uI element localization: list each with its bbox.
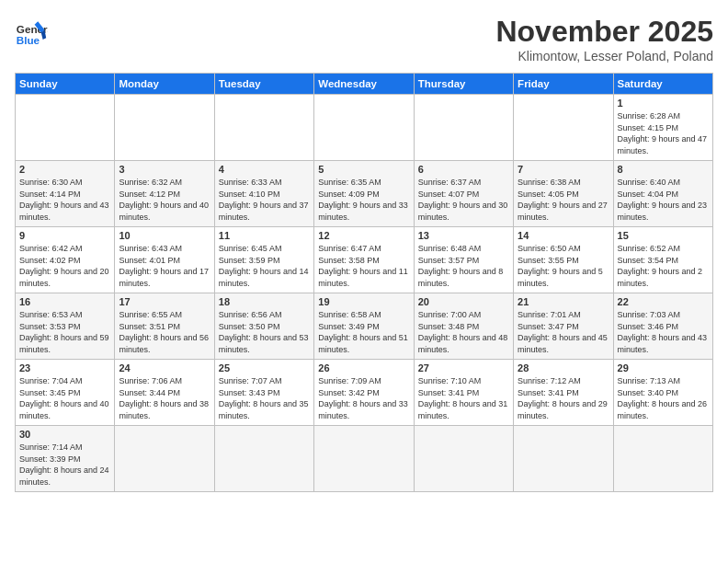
day-number: 5 — [318, 164, 409, 175]
calendar-cell: 12Sunrise: 6:47 AM Sunset: 3:58 PM Dayli… — [314, 227, 414, 293]
calendar-cell: 24Sunrise: 7:06 AM Sunset: 3:44 PM Dayli… — [115, 360, 214, 426]
day-number: 28 — [518, 362, 609, 373]
calendar-cell: 21Sunrise: 7:01 AM Sunset: 3:47 PM Dayli… — [514, 293, 613, 360]
calendar-cell: 17Sunrise: 6:55 AM Sunset: 3:51 PM Dayli… — [115, 293, 214, 360]
calendar-cell — [314, 426, 414, 492]
header-friday: Friday — [514, 74, 613, 95]
day-info: Sunrise: 6:35 AM Sunset: 4:09 PM Dayligh… — [318, 177, 409, 223]
day-number: 22 — [618, 296, 709, 307]
day-info: Sunrise: 7:00 AM Sunset: 3:48 PM Dayligh… — [418, 309, 509, 355]
day-number: 2 — [19, 164, 110, 175]
day-info: Sunrise: 6:38 AM Sunset: 4:05 PM Dayligh… — [518, 177, 609, 223]
day-number: 4 — [219, 164, 310, 175]
day-number: 30 — [19, 429, 110, 440]
day-info: Sunrise: 6:50 AM Sunset: 3:55 PM Dayligh… — [518, 243, 609, 289]
calendar-cell: 18Sunrise: 6:56 AM Sunset: 3:50 PM Dayli… — [214, 293, 313, 360]
day-info: Sunrise: 6:48 AM Sunset: 3:57 PM Dayligh… — [418, 243, 509, 289]
day-number: 6 — [418, 164, 509, 175]
logo: General Blue — [15, 15, 48, 48]
day-number: 9 — [19, 230, 110, 241]
day-info: Sunrise: 6:53 AM Sunset: 3:53 PM Dayligh… — [19, 309, 110, 355]
day-info: Sunrise: 6:37 AM Sunset: 4:07 PM Dayligh… — [418, 177, 509, 223]
day-number: 3 — [119, 164, 210, 175]
calendar-subtitle: Klimontow, Lesser Poland, Poland — [495, 49, 713, 63]
calendar-title: November 2025 — [495, 15, 713, 49]
day-number: 8 — [618, 164, 709, 175]
calendar-week-3: 16Sunrise: 6:53 AM Sunset: 3:53 PM Dayli… — [16, 293, 713, 360]
calendar-cell: 5Sunrise: 6:35 AM Sunset: 4:09 PM Daylig… — [314, 161, 414, 227]
day-info: Sunrise: 7:03 AM Sunset: 3:46 PM Dayligh… — [618, 309, 709, 355]
day-info: Sunrise: 6:42 AM Sunset: 4:02 PM Dayligh… — [19, 243, 110, 289]
day-number: 19 — [318, 296, 409, 307]
day-number: 15 — [618, 230, 709, 241]
day-info: Sunrise: 7:14 AM Sunset: 3:39 PM Dayligh… — [19, 442, 110, 488]
day-info: Sunrise: 6:43 AM Sunset: 4:01 PM Dayligh… — [119, 243, 210, 289]
day-number: 1 — [618, 98, 709, 109]
calendar-cell — [514, 95, 613, 161]
day-info: Sunrise: 7:13 AM Sunset: 3:40 PM Dayligh… — [618, 375, 709, 421]
day-info: Sunrise: 6:28 AM Sunset: 4:15 PM Dayligh… — [618, 110, 709, 156]
calendar-cell: 23Sunrise: 7:04 AM Sunset: 3:45 PM Dayli… — [16, 360, 115, 426]
calendar-cell: 15Sunrise: 6:52 AM Sunset: 3:54 PM Dayli… — [613, 227, 712, 293]
calendar-week-1: 2Sunrise: 6:30 AM Sunset: 4:14 PM Daylig… — [16, 161, 713, 227]
header-wednesday: Wednesday — [314, 74, 414, 95]
day-info: Sunrise: 7:07 AM Sunset: 3:43 PM Dayligh… — [219, 375, 310, 421]
calendar-cell: 6Sunrise: 6:37 AM Sunset: 4:07 PM Daylig… — [414, 161, 513, 227]
day-number: 24 — [119, 362, 210, 373]
calendar-cell: 2Sunrise: 6:30 AM Sunset: 4:14 PM Daylig… — [16, 161, 115, 227]
header-tuesday: Tuesday — [214, 74, 313, 95]
day-info: Sunrise: 6:58 AM Sunset: 3:49 PM Dayligh… — [318, 309, 409, 355]
day-number: 7 — [518, 164, 609, 175]
calendar-cell: 8Sunrise: 6:40 AM Sunset: 4:04 PM Daylig… — [613, 161, 712, 227]
day-number: 17 — [119, 296, 210, 307]
calendar-cell: 20Sunrise: 7:00 AM Sunset: 3:48 PM Dayli… — [414, 293, 513, 360]
calendar-cell: 29Sunrise: 7:13 AM Sunset: 3:40 PM Dayli… — [613, 360, 712, 426]
title-block: November 2025 Klimontow, Lesser Poland, … — [495, 15, 713, 63]
day-info: Sunrise: 7:12 AM Sunset: 3:41 PM Dayligh… — [518, 375, 609, 421]
day-number: 12 — [318, 230, 409, 241]
day-info: Sunrise: 7:09 AM Sunset: 3:42 PM Dayligh… — [318, 375, 409, 421]
calendar-cell: 30Sunrise: 7:14 AM Sunset: 3:39 PM Dayli… — [16, 426, 115, 492]
calendar-cell: 3Sunrise: 6:32 AM Sunset: 4:12 PM Daylig… — [115, 161, 214, 227]
header-saturday: Saturday — [613, 74, 712, 95]
calendar-cell — [214, 426, 313, 492]
day-info: Sunrise: 6:56 AM Sunset: 3:50 PM Dayligh… — [219, 309, 310, 355]
calendar-cell: 11Sunrise: 6:45 AM Sunset: 3:59 PM Dayli… — [214, 227, 313, 293]
header-monday: Monday — [115, 74, 214, 95]
calendar-cell: 26Sunrise: 7:09 AM Sunset: 3:42 PM Dayli… — [314, 360, 414, 426]
calendar-cell — [16, 95, 115, 161]
day-number: 23 — [19, 362, 110, 373]
day-info: Sunrise: 6:47 AM Sunset: 3:58 PM Dayligh… — [318, 243, 409, 289]
day-info: Sunrise: 6:55 AM Sunset: 3:51 PM Dayligh… — [119, 309, 210, 355]
day-info: Sunrise: 6:32 AM Sunset: 4:12 PM Dayligh… — [119, 177, 210, 223]
calendar-cell: 4Sunrise: 6:33 AM Sunset: 4:10 PM Daylig… — [214, 161, 313, 227]
calendar-cell: 28Sunrise: 7:12 AM Sunset: 3:41 PM Dayli… — [514, 360, 613, 426]
calendar-table: Sunday Monday Tuesday Wednesday Thursday… — [15, 73, 713, 492]
day-number: 29 — [618, 362, 709, 373]
calendar-week-4: 23Sunrise: 7:04 AM Sunset: 3:45 PM Dayli… — [16, 360, 713, 426]
calendar-cell: 25Sunrise: 7:07 AM Sunset: 3:43 PM Dayli… — [214, 360, 313, 426]
day-info: Sunrise: 6:30 AM Sunset: 4:14 PM Dayligh… — [19, 177, 110, 223]
calendar-cell: 27Sunrise: 7:10 AM Sunset: 3:41 PM Dayli… — [414, 360, 513, 426]
svg-text:Blue: Blue — [17, 34, 40, 46]
day-info: Sunrise: 7:06 AM Sunset: 3:44 PM Dayligh… — [119, 375, 210, 421]
day-number: 27 — [418, 362, 509, 373]
day-number: 26 — [318, 362, 409, 373]
day-number: 21 — [518, 296, 609, 307]
day-number: 11 — [219, 230, 310, 241]
header-row: Sunday Monday Tuesday Wednesday Thursday… — [16, 74, 713, 95]
calendar-week-5: 30Sunrise: 7:14 AM Sunset: 3:39 PM Dayli… — [16, 426, 713, 492]
calendar-cell: 14Sunrise: 6:50 AM Sunset: 3:55 PM Dayli… — [514, 227, 613, 293]
calendar-cell: 9Sunrise: 6:42 AM Sunset: 4:02 PM Daylig… — [16, 227, 115, 293]
calendar-cell — [115, 426, 214, 492]
calendar-week-0: 1Sunrise: 6:28 AM Sunset: 4:15 PM Daylig… — [16, 95, 713, 161]
calendar-cell: 1Sunrise: 6:28 AM Sunset: 4:15 PM Daylig… — [613, 95, 712, 161]
calendar-cell — [314, 95, 414, 161]
calendar-cell: 10Sunrise: 6:43 AM Sunset: 4:01 PM Dayli… — [115, 227, 214, 293]
day-info: Sunrise: 7:10 AM Sunset: 3:41 PM Dayligh… — [418, 375, 509, 421]
header-sunday: Sunday — [16, 74, 115, 95]
calendar-cell — [414, 426, 513, 492]
day-info: Sunrise: 6:52 AM Sunset: 3:54 PM Dayligh… — [618, 243, 709, 289]
day-info: Sunrise: 7:04 AM Sunset: 3:45 PM Dayligh… — [19, 375, 110, 421]
day-info: Sunrise: 6:45 AM Sunset: 3:59 PM Dayligh… — [219, 243, 310, 289]
